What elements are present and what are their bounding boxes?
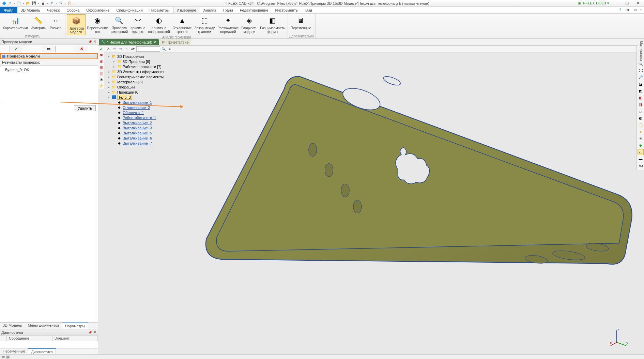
tree-item[interactable]: ▸📁Рабочие плоскости [7] bbox=[106, 64, 178, 69]
zoom-out-icon[interactable]: 🔎 bbox=[638, 74, 644, 80]
list-icon[interactable]: ≡▾ bbox=[130, 46, 136, 52]
left-tab-0[interactable]: 3D Модель bbox=[0, 323, 25, 329]
back-icon[interactable]: ⇦ bbox=[112, 46, 117, 52]
green-icon[interactable]: ◆ bbox=[638, 142, 644, 148]
ribbon-Расхождение-нормалей[interactable]: ✦Расхождениенормалей bbox=[216, 14, 240, 35]
ribbon-Пересечение-тел[interactable]: ◉Пересечениетел bbox=[86, 14, 109, 35]
home-icon[interactable]: ⌂ bbox=[124, 46, 129, 52]
menu-tab-11[interactable]: Вид bbox=[302, 7, 316, 13]
zoom-fit-icon[interactable]: ⛶ bbox=[638, 67, 644, 74]
model-tree[interactable]: ▾📂3D Построения▸📁3D Профили [8]▸📁Рабочие… bbox=[104, 52, 179, 147]
view1-icon[interactable]: ◪ bbox=[638, 81, 644, 87]
result-item[interactable]: Булева_9: OK bbox=[2, 67, 95, 72]
materials-tab[interactable]: Материалы bbox=[638, 39, 644, 63]
reject-icon[interactable]: ✖ bbox=[98, 52, 104, 58]
file-button[interactable]: Файл bbox=[0, 7, 17, 13]
plane-icon[interactable]: ▱ bbox=[638, 108, 644, 114]
search-icon[interactable]: 🔍 bbox=[161, 46, 166, 52]
fwd-icon[interactable]: ⇨ bbox=[118, 46, 123, 52]
clipboard-icon[interactable]: 📋 bbox=[67, 1, 72, 6]
shade1-icon[interactable]: ◯ bbox=[638, 122, 644, 128]
menu-tab-3[interactable]: Оформление bbox=[83, 7, 113, 13]
bottom-tab-1[interactable]: Диагностика bbox=[28, 348, 56, 354]
tflex-docs-button[interactable]: ◉ T-FLEX DOCs ▾ bbox=[578, 1, 609, 5]
ribbon-Проверка-модели[interactable]: 📦Проверкамодели bbox=[67, 14, 86, 35]
tree-item[interactable]: ◆Выталкивание_6 bbox=[106, 135, 178, 141]
tree-item[interactable]: ▾🟦Тело_3 bbox=[106, 95, 178, 100]
left-tab-2[interactable]: Параметры bbox=[62, 323, 88, 329]
tree-item[interactable]: ▸📁3D Профили [8] bbox=[106, 59, 178, 64]
label-icon[interactable]: 🏷 bbox=[638, 163, 644, 169]
tree-item[interactable]: ◆Выталкивание_3 bbox=[106, 125, 178, 130]
menu-tab-1[interactable]: Чертёж bbox=[44, 7, 63, 13]
tree-item[interactable]: ▸📁Проекции [6] bbox=[106, 89, 178, 95]
settings-icon[interactable]: ⚙ bbox=[625, 7, 630, 13]
ribbon-Отклонение-граней[interactable]: ▲Отклонениеграней bbox=[171, 14, 193, 35]
window-icon[interactable]: ▭ bbox=[632, 7, 638, 13]
minimize-icon[interactable]: — bbox=[612, 0, 620, 6]
maximize-icon[interactable]: ▢ bbox=[623, 0, 631, 6]
ribbon-Кривизна-кривых[interactable]: 〰Кривизнакривых bbox=[129, 14, 147, 35]
doc-tab-0[interactable]: 🔧 * Чехол для телефона.grb ✕ bbox=[99, 39, 159, 45]
box-icon[interactable]: ▣ bbox=[98, 59, 104, 64]
tree-item[interactable]: ◆Выталкивание_5 bbox=[106, 130, 178, 135]
menu-tab-10[interactable]: Инструменты bbox=[272, 7, 302, 13]
save-icon[interactable]: 💾 bbox=[31, 1, 37, 6]
wire-icon[interactable]: ▭ bbox=[638, 149, 644, 155]
ribbon-Измерить[interactable]: 📏Измерить bbox=[29, 14, 47, 34]
open-icon[interactable]: 📂 bbox=[25, 1, 31, 6]
box2-icon[interactable]: ▦ bbox=[98, 65, 104, 70]
viewport[interactable]: ✔ ✖ ▣ ▦ ▥ ✳ ⚡ ✕ ⇦ ⇨ ⌂ ≡▾ 🔍 « ▾📂3D Постро… bbox=[98, 46, 644, 354]
menu-tab-7[interactable]: Анализ bbox=[200, 7, 219, 13]
results-list[interactable]: Булева_9: OK bbox=[1, 66, 97, 103]
close-icon[interactable]: ✕ bbox=[106, 46, 111, 52]
menu-tab-9[interactable]: Редактирование bbox=[236, 7, 272, 13]
tree-item[interactable]: ◆Ребро жёсткости_1 bbox=[106, 115, 178, 120]
cancel-button[interactable]: ✖ bbox=[75, 46, 88, 52]
section-icon[interactable]: ◐ bbox=[638, 115, 644, 121]
ribbon-Размер[interactable]: ↔Размер bbox=[47, 14, 64, 34]
ribbon-Кривизна-поверхностей[interactable]: ◐Кривизнаповерхностей bbox=[147, 14, 171, 35]
tree-item[interactable]: ▸📁Материалы [3] bbox=[106, 79, 178, 84]
tree-item[interactable]: ▸📁3D Элементы оформления bbox=[106, 69, 178, 74]
axis-icon[interactable]: ✳ bbox=[638, 135, 644, 142]
accept-icon[interactable]: ✔ bbox=[98, 46, 104, 52]
print-icon[interactable]: 🖨 bbox=[40, 1, 46, 6]
tree-item[interactable]: ◆Сглаживание_2 bbox=[106, 105, 178, 110]
ribbon-Проверка-изменений[interactable]: 🔍Проверкаизменений bbox=[109, 14, 129, 35]
status-icon[interactable]: ▭ bbox=[1, 355, 5, 359]
ribbon-Характеристики[interactable]: 📊Характеристики bbox=[1, 14, 29, 34]
bolt-icon[interactable]: ⚡ bbox=[98, 83, 104, 88]
tree-item[interactable]: ◆Оболочка_1 bbox=[106, 110, 178, 115]
ribbon-Разнимаемость-формы[interactable]: ◧Разнимаемостьформы bbox=[259, 14, 286, 35]
shade2-icon[interactable]: ● bbox=[638, 129, 644, 135]
box3-icon[interactable]: ▥ bbox=[98, 71, 104, 76]
ok-button[interactable]: ✔ bbox=[10, 46, 23, 52]
tree-item[interactable]: ◆Выталкивание_1 bbox=[106, 100, 178, 105]
tree-item[interactable]: ▸📁Геометрические элементы bbox=[106, 74, 178, 79]
render-icon[interactable]: ▬ bbox=[638, 156, 644, 162]
left-tab-1[interactable]: Меню документов bbox=[25, 323, 62, 329]
cube2-icon[interactable]: ◨ bbox=[638, 101, 644, 108]
ribbon-Гладкость-модели[interactable]: ◈Гладкостьмодели bbox=[240, 14, 259, 35]
close-icon[interactable]: ✕ bbox=[634, 0, 642, 6]
tree-item[interactable]: ◆Выталкивание_7 bbox=[106, 141, 178, 146]
preview-button[interactable]: ▭ bbox=[42, 46, 56, 52]
app-icon[interactable]: 🔷 bbox=[1, 1, 7, 6]
menu-tab-6[interactable]: Измерение bbox=[173, 7, 200, 13]
tree-item[interactable]: ▸📁Операции bbox=[106, 84, 178, 89]
view2-icon[interactable]: ◩ bbox=[638, 88, 644, 94]
menu-tab-2[interactable]: Сборка bbox=[63, 7, 83, 13]
search-input[interactable] bbox=[136, 46, 160, 52]
redo-icon[interactable]: ↷ bbox=[58, 1, 63, 6]
menu-tab-0[interactable]: 3D Модель bbox=[17, 7, 44, 13]
axis-triad[interactable]: z x y bbox=[610, 327, 630, 347]
delete-button[interactable]: Удалить bbox=[74, 105, 96, 111]
tree-item[interactable]: ▾📂3D Построения bbox=[106, 54, 178, 59]
undo-icon[interactable]: ↶ bbox=[49, 1, 55, 6]
close-panel-icon[interactable]: ✕ bbox=[93, 330, 96, 334]
status-icon2[interactable]: ▦ bbox=[6, 355, 10, 359]
pick-icon[interactable]: ✳ bbox=[98, 77, 104, 82]
expand-icon[interactable]: « bbox=[167, 46, 172, 52]
tree-item[interactable]: ◆Выталкивание_2 bbox=[106, 120, 178, 125]
